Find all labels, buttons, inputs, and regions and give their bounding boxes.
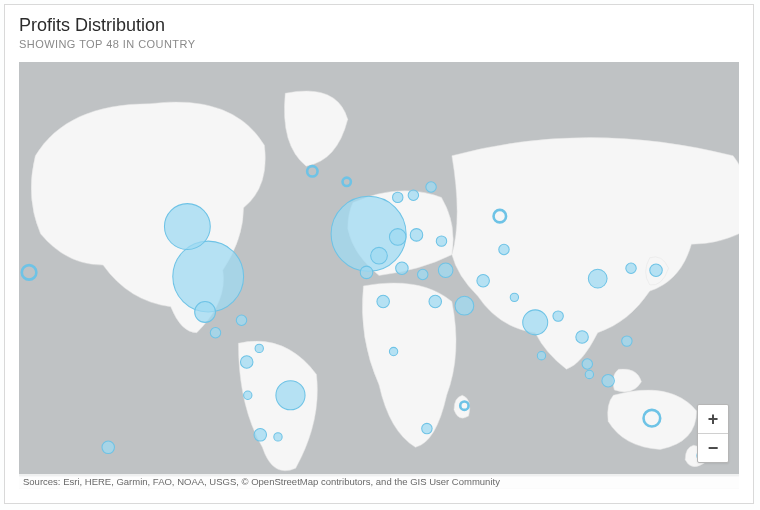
map-bubble[interactable]: South Africa <box>422 423 432 433</box>
card-title: Profits Distribution <box>19 15 739 36</box>
chart-card: Profits Distribution SHOWING TOP 48 IN C… <box>4 4 754 504</box>
map-bubble[interactable]: Spain <box>360 266 372 278</box>
card-header: Profits Distribution SHOWING TOP 48 IN C… <box>5 5 753 54</box>
map-bubble[interactable]: France <box>371 247 388 264</box>
map-canvas[interactable]: United States (central)United States (no… <box>19 62 739 489</box>
map-bubble[interactable]: Philippines <box>622 336 632 346</box>
map-bubble[interactable]: Indonesia <box>602 374 614 386</box>
map-bubble[interactable]: Saudi Arabia <box>455 296 474 315</box>
map-bubble[interactable]: South Korea <box>626 263 636 273</box>
map-bubble[interactable]: Turkey <box>438 263 453 278</box>
map-bubble[interactable]: Poland <box>410 229 422 241</box>
map-bubble[interactable]: South Atlantic <box>102 441 114 453</box>
map-bubble[interactable]: Singapore <box>585 370 593 378</box>
map-bubble[interactable]: NW Pacific (wrap) <box>22 265 37 280</box>
map-bubble[interactable]: India <box>523 310 548 335</box>
map-bubble[interactable]: Egypt <box>429 295 441 307</box>
map-bubble[interactable]: Ukraine <box>436 236 446 246</box>
map-bubble[interactable]: Venezuela <box>255 344 263 352</box>
map-bubble[interactable]: Pakistan <box>510 293 518 301</box>
map-bubble[interactable]: Sweden <box>408 190 418 200</box>
map-bubble[interactable]: Iran <box>477 274 489 286</box>
map-bubble[interactable]: Argentina <box>274 433 282 441</box>
map-bubble[interactable]: Germany <box>389 229 406 246</box>
zoom-in-button[interactable]: + <box>698 405 728 433</box>
map-bubble[interactable]: Kazakhstan <box>499 244 509 254</box>
map-bubble[interactable]: Algeria <box>377 295 389 307</box>
card-subtitle: SHOWING TOP 48 IN COUNTRY <box>19 38 739 50</box>
zoom-controls: + − <box>697 404 729 463</box>
map-bubble[interactable]: Colombia <box>240 356 252 368</box>
map-bubble[interactable]: Sri Lanka <box>537 352 545 360</box>
map-bubble[interactable]: Guatemala <box>210 328 220 338</box>
map-bubble[interactable]: Brazil <box>276 381 305 410</box>
map-bubble[interactable]: Thailand <box>576 331 588 343</box>
map-bubble[interactable]: Iceland <box>343 178 351 186</box>
map-bubble[interactable]: Nigeria <box>389 347 397 355</box>
map-attribution: Sources: Esri, HERE, Garmin, FAO, NOAA, … <box>19 474 739 489</box>
map-bubble[interactable]: Bangladesh <box>553 311 563 321</box>
map-bubble[interactable]: Peru <box>244 391 252 399</box>
zoom-out-button[interactable]: − <box>698 433 728 462</box>
map-bubble[interactable]: United States (north) <box>164 204 210 250</box>
map-bubble[interactable]: Norway <box>393 192 403 202</box>
landmasses <box>19 91 739 489</box>
map-bubble[interactable]: Chile <box>254 429 266 441</box>
map-bubble[interactable]: Malaysia <box>582 359 592 369</box>
map-bubble[interactable]: Finland <box>426 182 436 192</box>
map-bubble[interactable]: Greece <box>418 269 428 279</box>
map-bubble[interactable]: Mexico <box>195 302 216 323</box>
map-bubble[interactable]: Cuba <box>236 315 246 325</box>
map-bubble[interactable]: Greenland <box>307 166 317 176</box>
world-map-svg: United States (central)United States (no… <box>19 62 739 489</box>
map-bubble[interactable]: United States (central) <box>173 241 244 312</box>
map-bubble[interactable]: China <box>588 269 607 288</box>
map-bubble[interactable]: Japan <box>650 264 662 276</box>
map-bubble[interactable]: Italy <box>396 262 408 274</box>
